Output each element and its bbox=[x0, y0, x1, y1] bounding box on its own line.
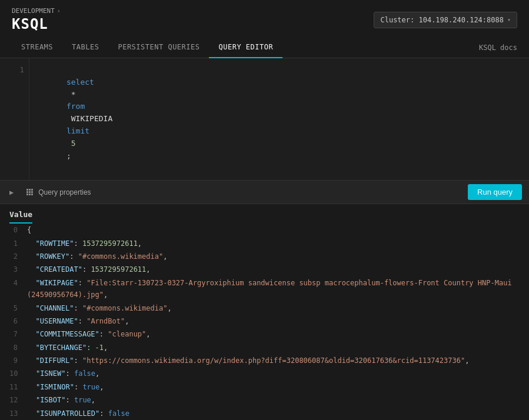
editor-container: 1 select * from WIKIPEDIA limit 5 ; bbox=[0, 58, 529, 181]
results-header: Value bbox=[0, 204, 529, 224]
sql-limit-keyword: limit bbox=[66, 126, 89, 135]
row-line-number: 0 bbox=[9, 224, 27, 236]
cluster-selector[interactable]: Cluster: 104.198.240.124:8088 ▾ bbox=[374, 12, 517, 28]
table-row: 2 "ROWKEY": "#commons.wikimedia", bbox=[0, 250, 529, 263]
table-row: 4 "WIKIPAGE": "File:Starr-130723-0327-Ar… bbox=[0, 276, 529, 302]
table-row: 12 "ISBOT": true, bbox=[0, 394, 529, 406]
row-content: "CREATEDAT": 1537295972611, bbox=[27, 264, 151, 275]
breadcrumb-text: DEVELOPMENT bbox=[12, 7, 55, 15]
table-row: 6 "USERNAME": "ArndBot", bbox=[0, 315, 529, 328]
nav-streams[interactable]: STREAMS bbox=[12, 37, 62, 58]
row-line-number: 3 bbox=[9, 264, 27, 275]
expand-button[interactable]: ▶ bbox=[7, 187, 16, 198]
row-line-number: 5 bbox=[9, 302, 27, 314]
row-line-number: 2 bbox=[9, 251, 27, 262]
table-row: 3 "CREATEDAT": 1537295972611, bbox=[0, 263, 529, 276]
grid-icon bbox=[26, 189, 33, 195]
table-row: 13 "ISUNPATROLLED": false bbox=[0, 407, 529, 420]
results-table: 0{1 "ROWTIME": 1537295972611,2 "ROWKEY":… bbox=[0, 224, 529, 420]
table-row: 1 "ROWTIME": 1537295972611, bbox=[0, 237, 529, 250]
row-content: "WIKIPAGE": "File:Starr-130723-0327-Argy… bbox=[27, 277, 520, 301]
row-line-number: 12 bbox=[9, 394, 27, 406]
query-properties-button[interactable]: Query properties bbox=[23, 186, 94, 198]
sql-limit-value: 5 bbox=[66, 139, 76, 148]
breadcrumb: DEVELOPMENT › bbox=[12, 7, 61, 15]
line-number-1: 1 bbox=[5, 64, 24, 76]
row-content: "DIFFURL": "https://commons.wikimedia.or… bbox=[27, 355, 469, 366]
toolbar-left: ▶ Query properties bbox=[7, 186, 95, 198]
line-numbers: 1 bbox=[0, 58, 29, 180]
row-line-number: 7 bbox=[9, 328, 27, 340]
sql-semicolon: ; bbox=[66, 151, 71, 160]
row-content: "USERNAME": "ArndBot", bbox=[27, 315, 129, 327]
sql-star: * bbox=[66, 90, 80, 99]
table-row: 7 "COMMITMESSAGE": "cleanup", bbox=[0, 328, 529, 341]
row-line-number: 8 bbox=[9, 342, 27, 354]
row-content: "BYTECHANGE": -1, bbox=[27, 342, 108, 354]
row-line-number: 1 bbox=[9, 238, 27, 249]
nav-query-editor[interactable]: QUERY EDITOR bbox=[209, 37, 282, 58]
row-content: "ISBOT": true, bbox=[27, 394, 95, 406]
sql-select-keyword: select bbox=[66, 78, 94, 86]
run-query-button[interactable]: Run query bbox=[468, 184, 522, 200]
table-row: 10 "ISNEW": false, bbox=[0, 367, 529, 380]
editor-content[interactable]: select * from WIKIPEDIA limit 5 ; bbox=[29, 58, 529, 180]
row-line-number: 10 bbox=[9, 368, 27, 379]
row-line-number: 4 bbox=[9, 277, 27, 289]
results-container: Value 0{1 "ROWTIME": 1537295972611,2 "RO… bbox=[0, 204, 529, 420]
breadcrumb-chevron: › bbox=[57, 8, 61, 14]
table-row: 11 "ISMINOR": true, bbox=[0, 381, 529, 394]
nav-bar: STREAMS TABLES PERSISTENT QUERIES QUERY … bbox=[0, 37, 529, 58]
row-line-number: 11 bbox=[9, 381, 27, 393]
table-row: 9 "DIFFURL": "https://commons.wikimedia.… bbox=[0, 354, 529, 367]
row-content: "ROWTIME": 1537295972611, bbox=[27, 238, 142, 249]
table-row: 8 "BYTECHANGE": -1, bbox=[0, 341, 529, 354]
nav-docs-link[interactable]: KSQL docs bbox=[479, 38, 517, 58]
header: DEVELOPMENT › KSQL Cluster: 104.198.240.… bbox=[0, 0, 529, 37]
results-title: Value bbox=[9, 210, 32, 224]
row-content: "ISNEW": false, bbox=[27, 368, 99, 379]
nav-tables[interactable]: TABLES bbox=[62, 37, 108, 58]
chevron-down-icon: ▾ bbox=[507, 16, 511, 23]
header-left: DEVELOPMENT › KSQL bbox=[12, 7, 61, 32]
row-line-number: 9 bbox=[9, 355, 27, 366]
cluster-label: Cluster: 104.198.240.124:8088 bbox=[380, 16, 504, 24]
row-content: "ISUNPATROLLED": false bbox=[27, 408, 129, 419]
row-line-number: 13 bbox=[9, 408, 27, 419]
row-line-number: 6 bbox=[9, 315, 27, 327]
sql-query-line: select * from WIKIPEDIA limit 5 ; bbox=[39, 64, 520, 174]
row-content: { bbox=[27, 224, 31, 236]
app-title: KSQL bbox=[12, 16, 61, 32]
table-row: 0{ bbox=[0, 224, 529, 236]
row-content: "CHANNEL": "#commons.wikimedia", bbox=[27, 302, 172, 314]
sql-from-keyword: from bbox=[66, 102, 85, 111]
toolbar: ▶ Query properties Run query bbox=[0, 181, 529, 204]
row-content: "ISMINOR": true, bbox=[27, 381, 104, 393]
nav-persistent-queries[interactable]: PERSISTENT QUERIES bbox=[108, 37, 209, 58]
table-row: 5 "CHANNEL": "#commons.wikimedia", bbox=[0, 302, 529, 315]
row-content: "ROWKEY": "#commons.wikimedia", bbox=[27, 251, 167, 262]
sql-table-name: WIKIPEDIA bbox=[66, 114, 117, 123]
query-properties-label: Query properties bbox=[38, 188, 91, 196]
row-content: "COMMITMESSAGE": "cleanup", bbox=[27, 328, 151, 340]
